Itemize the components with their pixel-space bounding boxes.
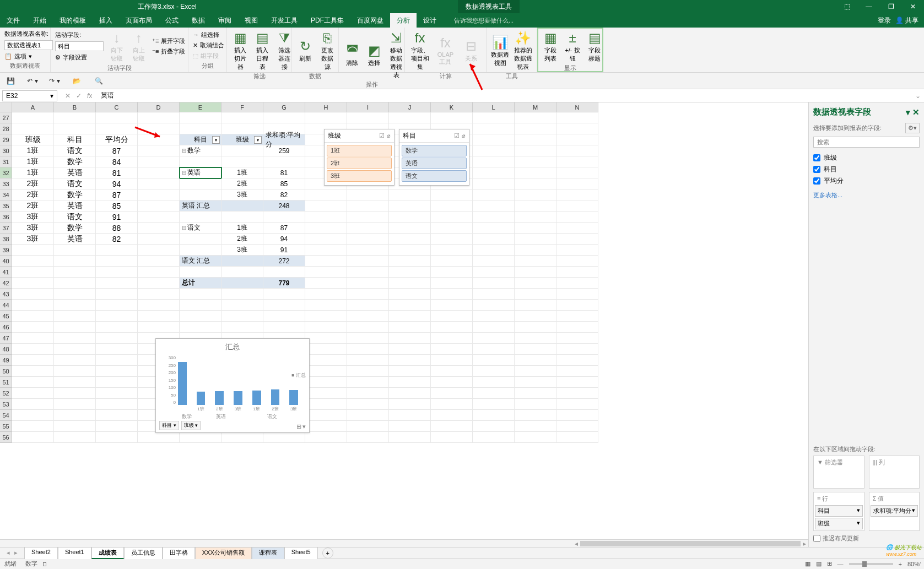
cell[interactable] [515,145,556,156]
cell[interactable] [221,200,263,212]
slicer-item[interactable]: 数学 [402,145,467,156]
row-header[interactable]: 46 [0,322,12,333]
cell[interactable] [180,234,221,245]
cell[interactable] [138,278,180,289]
zone-item[interactable]: 求和项:平均分 ▾ [871,505,918,517]
cell[interactable] [515,311,556,322]
cell[interactable]: 81 [263,167,305,178]
chart-filter-icon[interactable]: ▾ [302,423,306,430]
cell[interactable]: 英语 [54,167,96,178]
cell[interactable] [221,112,263,123]
cell[interactable] [96,344,138,355]
login-link[interactable]: 登录 [878,16,891,25]
cell[interactable]: 1班 [12,156,54,167]
cell[interactable] [515,112,556,123]
cell[interactable] [431,432,473,443]
cell[interactable] [473,145,515,156]
cell[interactable] [138,289,180,300]
cell[interactable]: 2班 [12,200,54,212]
zone-item[interactable]: 科目 ▾ [815,505,863,517]
accessibility-icon[interactable]: 🗒 [42,561,48,567]
cell[interactable] [473,123,515,134]
chart-bar[interactable] [234,391,242,405]
cell[interactable] [96,333,138,344]
tab-插入[interactable]: 插入 [93,13,119,28]
cell[interactable] [389,200,431,212]
cell[interactable] [431,355,473,366]
chart-filter-button[interactable]: 班级 ▾ [181,421,201,430]
cell[interactable] [431,289,473,300]
cell[interactable] [12,311,54,322]
chart-bar[interactable] [215,391,224,405]
cell[interactable] [556,167,598,178]
cell[interactable]: 2班 [12,189,54,200]
cell[interactable] [54,366,96,377]
cell[interactable] [180,322,221,333]
cell[interactable] [431,311,473,322]
cell[interactable] [12,289,54,300]
cell[interactable] [431,245,473,256]
cell[interactable] [473,311,515,322]
row-header[interactable]: 31 [0,156,12,167]
cell[interactable] [138,112,180,123]
cell[interactable]: 科目▾ [180,134,221,145]
zone-item[interactable]: 班级 ▾ [815,518,863,529]
cell[interactable]: 94 [96,178,138,189]
cell[interactable] [473,256,515,267]
cell[interactable] [138,245,180,256]
cell[interactable]: 班级 [12,134,54,145]
cell[interactable] [515,156,556,167]
cell[interactable] [515,344,556,355]
cell[interactable] [180,178,221,189]
cell[interactable] [473,234,515,245]
cell[interactable] [389,322,431,333]
cell[interactable] [347,388,389,399]
cell[interactable] [556,178,598,189]
chart-bar[interactable] [271,389,280,405]
row-header[interactable]: 44 [0,300,12,311]
cell[interactable] [556,333,598,344]
row-header[interactable]: 54 [0,410,12,421]
cell[interactable] [556,212,598,223]
multiselect-icon[interactable]: ☑ [379,132,385,139]
cell[interactable] [515,245,556,256]
cell[interactable] [138,145,180,156]
cell[interactable]: 82 [96,234,138,245]
cell[interactable] [473,399,515,410]
cell[interactable] [473,112,515,123]
cell[interactable] [556,145,598,156]
cell[interactable] [12,256,54,267]
cell[interactable] [305,289,347,300]
cell[interactable] [515,278,556,289]
cell[interactable]: 1班 [221,167,263,178]
cell[interactable] [180,432,221,443]
cell[interactable] [389,355,431,366]
expand-field-button[interactable]: ⁺≡ 展开字段 [151,36,186,46]
cell[interactable] [473,421,515,432]
cell[interactable] [556,399,598,410]
cell[interactable] [556,223,598,234]
cell[interactable] [431,344,473,355]
recommend-pivot-button[interactable]: ✨推荐的数据透视表 [513,29,534,72]
cell[interactable] [305,223,347,234]
col-header[interactable]: I [347,102,389,112]
insert-slicer-button[interactable]: ▦插入切片器 [230,29,250,72]
cell[interactable] [12,421,54,432]
cell[interactable] [473,300,515,311]
tab-文件[interactable]: 文件 [0,13,26,28]
cell[interactable] [180,156,221,167]
cell[interactable] [389,432,431,443]
cell[interactable]: ⊟英语 [180,167,221,178]
cell[interactable] [473,333,515,344]
tab-PDF工具集[interactable]: PDF工具集 [304,13,350,28]
cell[interactable] [263,156,305,167]
panel-gear-icon[interactable]: ⚙▾ [905,123,920,133]
clear-filter-icon[interactable]: ⌀ [387,132,391,139]
cell[interactable] [389,256,431,267]
cell[interactable] [431,388,473,399]
row-header[interactable]: 53 [0,399,12,410]
cell[interactable] [389,212,431,223]
cell[interactable] [556,421,598,432]
cell[interactable] [305,278,347,289]
save-icon[interactable]: 💾 [4,75,17,87]
